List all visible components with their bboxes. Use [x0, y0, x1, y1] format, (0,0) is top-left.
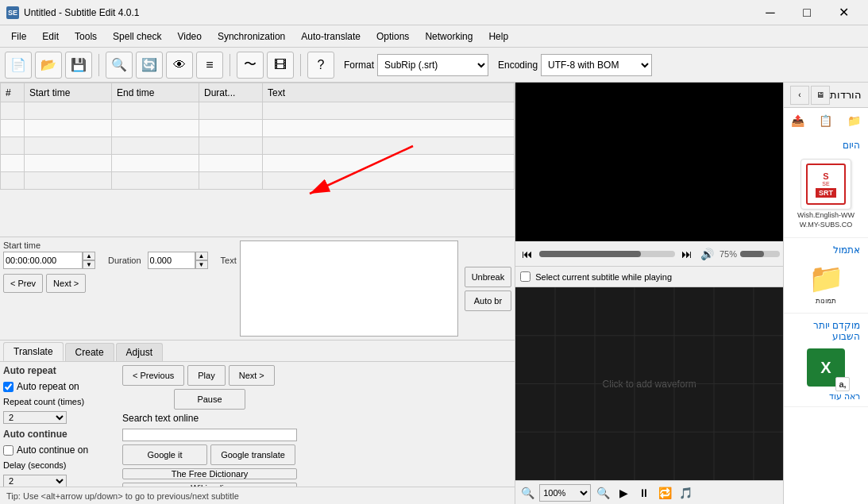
pause-btn[interactable]: Pause: [174, 389, 245, 410]
auto-br-btn[interactable]: Auto br: [465, 290, 512, 311]
volume-btn[interactable]: 🔊: [699, 245, 716, 263]
search-online-input[interactable]: [122, 429, 297, 441]
auto-continue-label: Auto continue: [3, 429, 114, 440]
minimize-button[interactable]: ─: [752, 0, 789, 25]
select-subtitle-checkbox[interactable]: [520, 271, 530, 282]
duration-label: Duration: [108, 256, 141, 265]
video-progress-bar[interactable]: [539, 251, 675, 257]
translate-panel: Auto repeat Auto repeat on Repeat count …: [0, 362, 515, 487]
open-button[interactable]: 📂: [35, 52, 62, 79]
excel-card[interactable]: X a,: [794, 348, 858, 387]
far-right-prev-btn[interactable]: ‹: [790, 86, 809, 105]
menu-auto-translate[interactable]: Auto-translate: [293, 28, 368, 45]
time-up-btn[interactable]: ▲: [83, 252, 95, 260]
zoom-in-btn[interactable]: 🔍: [594, 484, 611, 502]
auto-continue-on-checkbox[interactable]: Auto continue on: [3, 444, 114, 456]
table-row[interactable]: [1, 137, 515, 155]
far-right-monitor-btn[interactable]: 🖥: [811, 86, 830, 105]
delay-select[interactable]: 213: [3, 475, 67, 487]
waveform-ctrl-3[interactable]: 🎵: [677, 484, 694, 502]
excel-icon: X a,: [807, 348, 845, 387]
menu-spell-check[interactable]: Spell check: [105, 28, 169, 45]
menu-help[interactable]: Help: [480, 28, 516, 45]
menu-file[interactable]: File: [3, 28, 34, 45]
tab-create[interactable]: Create: [65, 343, 114, 361]
waveform-button[interactable]: 〜: [237, 52, 264, 79]
duration-down-btn[interactable]: ▼: [195, 260, 208, 269]
time-down-btn[interactable]: ▼: [83, 260, 95, 269]
help-button[interactable]: ?: [307, 52, 334, 79]
save-button[interactable]: 💾: [65, 52, 92, 79]
start-time-input[interactable]: [3, 252, 83, 269]
menu-video[interactable]: Video: [169, 28, 209, 45]
video-area[interactable]: [515, 83, 783, 241]
today-title: היום: [787, 137, 865, 154]
auto-repeat-on-checkbox[interactable]: Auto repeat on: [3, 381, 114, 392]
auto-repeat-checkbox[interactable]: [3, 382, 14, 392]
prev-subtitle-btn[interactable]: < Prev: [3, 274, 43, 293]
auto-continue-checkbox[interactable]: [3, 445, 14, 456]
repeat-count-label: Repeat count (times): [3, 397, 114, 406]
srt-icon: S SE SRT: [800, 159, 851, 210]
waveform-ctrl-2[interactable]: 🔁: [656, 484, 673, 502]
table-row[interactable]: [1, 120, 515, 137]
select-subtitle-label: Select current subtitle while playing: [535, 272, 672, 282]
play-btn[interactable]: Play: [187, 365, 225, 386]
zoom-out-btn[interactable]: 🔍: [519, 484, 536, 502]
replace-button[interactable]: 🔄: [136, 52, 163, 79]
folder-card[interactable]: 📁 תמונות: [794, 262, 858, 306]
tab-adjust[interactable]: Adjust: [116, 343, 163, 361]
close-button[interactable]: ✕: [825, 0, 862, 25]
waveform-ctrl-1[interactable]: ⏸: [635, 484, 653, 502]
folder-label: תמונות: [816, 297, 836, 306]
duration-input[interactable]: [148, 252, 195, 269]
folder-icon-top[interactable]: 📁: [844, 111, 863, 130]
next-subtitle-btn[interactable]: Next >: [46, 274, 86, 293]
table-row[interactable]: [1, 155, 515, 172]
menu-networking[interactable]: Networking: [417, 28, 480, 45]
volume-slider[interactable]: [740, 251, 780, 257]
srt-filename: Wish.English-WWW.MY-SUBS.CO: [794, 211, 858, 229]
toolbar-sep-2: [230, 54, 230, 76]
srt-file-card[interactable]: S SE SRT Wish.English-WWW.MY-SUBS.CO: [794, 159, 858, 229]
table-row[interactable]: [1, 172, 515, 190]
copy-icon[interactable]: 📋: [816, 111, 835, 130]
this-week-section: מוקדם יותר השבוע X a, ראה עוד: [784, 314, 868, 407]
menu-tools[interactable]: Tools: [67, 28, 105, 45]
repeat-count-select[interactable]: 21345: [3, 411, 67, 424]
spell-button[interactable]: 👁: [166, 52, 193, 79]
google-translate-btn[interactable]: Google translate: [210, 444, 295, 465]
find-button[interactable]: 🔍: [106, 52, 133, 79]
more-link[interactable]: ראה עוד: [787, 390, 865, 403]
google-it-btn[interactable]: Google it: [122, 444, 207, 465]
tab-translate[interactable]: Translate: [3, 342, 64, 361]
table-row[interactable]: [1, 102, 515, 120]
text-buttons: Unbreak Auto br: [461, 240, 512, 337]
next-btn[interactable]: Next >: [229, 365, 275, 386]
menu-synchronization[interactable]: Synchronization: [210, 28, 293, 45]
text-field-label: Text: [221, 256, 237, 265]
duration-up-btn[interactable]: ▲: [195, 252, 208, 260]
menu-edit[interactable]: Edit: [34, 28, 67, 45]
excel-a-badge: a,: [835, 377, 850, 391]
seek-end-btn[interactable]: ⏭: [678, 245, 696, 263]
share-icon[interactable]: 📤: [789, 111, 808, 130]
new-button[interactable]: 📄: [5, 52, 32, 79]
format-select[interactable]: SubRip (.srt) Advanced SubStation Alpha …: [377, 54, 488, 76]
col-header-start: Start time: [25, 83, 112, 102]
unbreak-btn[interactable]: Unbreak: [465, 267, 512, 287]
list-button[interactable]: ≡: [196, 52, 223, 79]
subtitle-text-input[interactable]: [240, 240, 458, 337]
menu-options[interactable]: Options: [368, 28, 417, 45]
free-dict-btn[interactable]: The Free Dictionary: [122, 468, 297, 479]
video-button[interactable]: 🎞: [267, 52, 294, 79]
seek-start-btn[interactable]: ⏮: [519, 245, 536, 263]
encoding-select[interactable]: UTF-8 with BOM UTF-8 UTF-16 ANSI: [541, 54, 652, 76]
waveform-area[interactable]: Click to add waveform: [515, 287, 783, 480]
maximize-button[interactable]: □: [789, 0, 825, 25]
far-right-icons: 📤 📋 📁: [784, 108, 868, 133]
play-waveform-btn[interactable]: ▶: [615, 484, 632, 502]
previous-btn[interactable]: < Previous: [122, 365, 184, 386]
zoom-select[interactable]: 100% 50% 75% 125% 150% 200%: [539, 484, 591, 502]
status-tip: Tip: Use <alt+arrow up/down> to go to pr…: [6, 491, 239, 501]
